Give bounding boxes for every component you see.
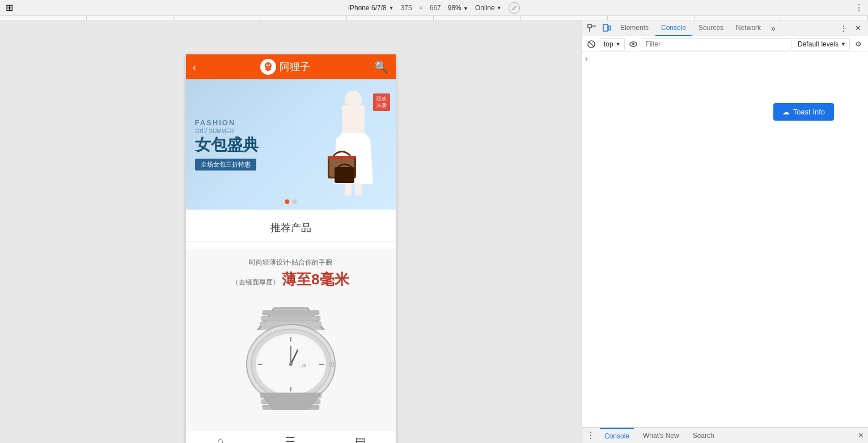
svg-rect-9 (328, 156, 356, 159)
svg-point-41 (632, 43, 634, 45)
tab-console[interactable]: Console (655, 20, 692, 36)
tab-sources[interactable]: Sources (693, 20, 729, 36)
levels-value: Default levels (798, 40, 839, 48)
banner-fashion-label: FASHION (195, 118, 302, 127)
ruler-segment (521, 16, 608, 20)
clear-console-btn[interactable] (585, 38, 598, 50)
svg-rect-14 (261, 316, 320, 321)
ruler (0, 16, 868, 20)
tab-network[interactable]: Network (730, 20, 767, 36)
svg-rect-12 (355, 183, 362, 195)
devtools-controls: ⋮ ✕ (836, 22, 865, 35)
carousel-dots (285, 199, 297, 204)
nav-item-home[interactable]: ⌂ 首页 (186, 435, 256, 443)
back-button[interactable]: ‹ (193, 61, 197, 74)
banner-subtitle: 全场女包三折特惠 (195, 159, 256, 171)
device-dropdown-icon: ▼ (389, 5, 394, 11)
toggle-icon[interactable]: ⊞ (5, 3, 14, 12)
devtools-topbar: Elements Console Sources Network » ⋮ ✕ (582, 20, 868, 36)
main-area: ‹ 阿狸子 🔍 (0, 20, 868, 443)
browser-toolbar: ⊞ iPhone 6/7/8 ▼ 375 × 667 98% ▼ Online … (0, 0, 868, 16)
bottom-nav: ⌂ 首页 ☰ 商品分类 ▤ 订单查询 (186, 430, 396, 443)
bottombar-tab-whatsnew[interactable]: What's New (638, 428, 684, 444)
more-tabs-btn[interactable]: » (768, 24, 779, 33)
ruler-segment (347, 16, 434, 20)
svg-rect-29 (329, 362, 335, 367)
network-selector[interactable]: Online ▼ (475, 4, 502, 12)
products-section: 推荐产品 (186, 210, 396, 249)
cloud-icon: ☁ (782, 108, 790, 116)
eye-btn[interactable] (627, 38, 640, 50)
categories-icon: ☰ (285, 435, 295, 444)
mobile-preview: ‹ 阿狸子 🔍 (0, 20, 581, 443)
svg-text:28: 28 (301, 363, 306, 368)
settings-btn[interactable]: ⚙ (852, 38, 865, 50)
svg-point-1 (265, 67, 271, 71)
context-selector[interactable]: top ▼ (600, 38, 625, 50)
watch-thickness-note: （去镜面厚度） (232, 278, 280, 287)
ruler-segment (781, 16, 868, 20)
device-selector[interactable]: iPhone 6/7/8 ▼ (348, 4, 393, 12)
log-levels-selector[interactable]: Default levels ▼ (794, 38, 850, 50)
levels-dropdown-icon: ▼ (841, 41, 846, 47)
nav-item-orders[interactable]: ▤ 订单查询 (325, 435, 395, 444)
console-area: › ☁ Toast Info (582, 52, 868, 427)
no-throttle-icon[interactable] (509, 2, 520, 14)
dimension-separator: × (419, 4, 423, 12)
context-dropdown-icon: ▼ (616, 41, 621, 47)
svg-rect-13 (262, 310, 319, 315)
bottombar-more-btn[interactable]: ⋮ (586, 430, 595, 441)
ruler-segment (0, 16, 87, 20)
nav-item-categories[interactable]: ☰ 商品分类 (256, 435, 325, 444)
watch-area: 时尚轻薄设计·贴合你的手腕 （去镜面厚度） 薄至8毫米 (186, 249, 396, 430)
search-button[interactable]: 🔍 (374, 60, 388, 74)
svg-point-5 (345, 91, 362, 108)
zoom-dropdown-icon: ▼ (463, 6, 468, 11)
toast-info-button[interactable]: ☁ Toast Info (773, 103, 834, 121)
bottombar-tab-console[interactable]: Console (600, 428, 634, 444)
ruler-segment (173, 16, 260, 20)
filter-input[interactable] (642, 38, 791, 50)
device-mode-btn[interactable] (600, 22, 613, 35)
ruler-segment (260, 16, 347, 20)
phone-frame: ‹ 阿狸子 🔍 (186, 54, 396, 443)
viewport-width: 375 (401, 4, 412, 12)
viewport-height: 667 (430, 4, 441, 12)
watch-subtitle: 时尚轻薄设计·贴合你的手腕 (249, 258, 332, 267)
svg-rect-11 (345, 183, 352, 195)
svg-point-26 (289, 363, 293, 366)
carousel-dot-inactive[interactable] (292, 199, 297, 204)
svg-rect-36 (603, 24, 608, 31)
devtools-close-btn[interactable]: ✕ (851, 22, 865, 35)
banner-text: FASHION 2017 SUMMER 女包盛典 全场女包三折特惠 (186, 109, 311, 180)
devtools-toolbar: top ▼ Default levels ▼ ⚙ (582, 36, 868, 52)
bottombar-close-btn[interactable]: × (858, 431, 863, 441)
more-options-icon[interactable]: ⋮ (854, 2, 863, 13)
orders-icon: ▤ (355, 435, 366, 444)
svg-point-2 (266, 65, 268, 66)
inspect-element-btn[interactable] (585, 22, 599, 35)
banner-year-label: 2017 SUMMER (195, 128, 302, 134)
products-title: 推荐产品 (186, 216, 396, 242)
console-prompt[interactable]: › (582, 54, 590, 62)
svg-rect-37 (608, 26, 611, 30)
carousel-dot-active[interactable] (285, 199, 289, 204)
ruler-segment (434, 16, 520, 20)
app-logo (260, 59, 276, 75)
app-title: 阿狸子 (260, 59, 310, 75)
zoom-selector[interactable]: 98% ▼ (448, 4, 468, 12)
banner: FASHION 2017 SUMMER 女包盛典 全场女包三折特惠 (186, 79, 396, 210)
bottombar-tab-search[interactable]: Search (688, 428, 719, 444)
app-title-text: 阿狸子 (280, 60, 310, 74)
ruler-segment (87, 16, 173, 20)
tab-elements[interactable]: Elements (615, 20, 654, 36)
watch-illustration: 28 (206, 296, 376, 421)
ruler-segment (608, 16, 695, 20)
devtools-more-btn[interactable]: ⋮ (836, 22, 850, 35)
svg-point-3 (269, 65, 270, 66)
phone-header: ‹ 阿狸子 🔍 (186, 54, 396, 79)
watch-title: 薄至8毫米 (282, 270, 349, 289)
home-icon: ⌂ (217, 435, 224, 443)
devtools-bottombar: ⋮ Console What's New Search × (582, 427, 868, 443)
svg-rect-33 (588, 24, 591, 28)
